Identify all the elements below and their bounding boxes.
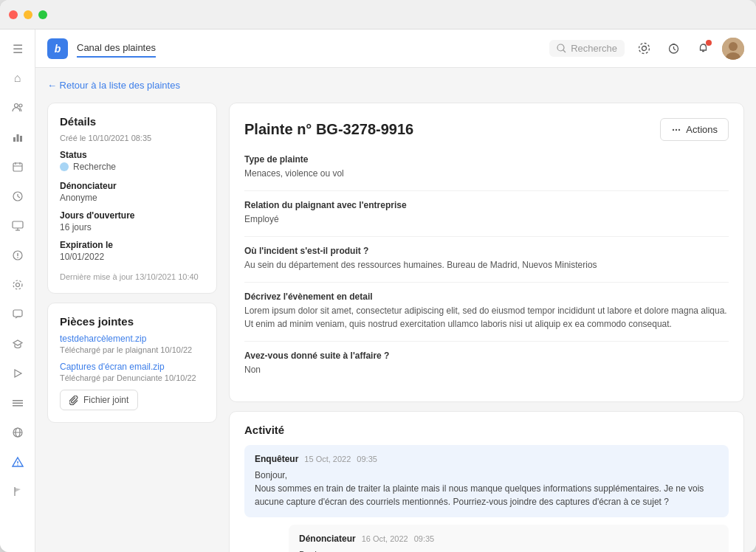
sidebar-icon-calendar[interactable] xyxy=(4,153,31,180)
sidebar-icon-clock[interactable] xyxy=(4,183,31,210)
svg-rect-12 xyxy=(13,221,23,228)
sidebar-icon-chart[interactable] xyxy=(4,124,31,151)
svg-point-18 xyxy=(16,283,19,287)
attachment-link-1[interactable]: testdeharcèlement.zip xyxy=(60,334,205,344)
search-icon xyxy=(557,44,566,53)
expiry-value: 10/01/2022 xyxy=(60,252,205,262)
message-date-2: 16 Oct, 2022 xyxy=(362,534,408,543)
right-panel: Plainte n° BG-3278-9916 Actions Type de … xyxy=(229,103,744,552)
sidebar-icon-menu[interactable]: ☰ xyxy=(4,35,31,62)
attachments-card: Pièces jointes testdeharcèlement.zip Tél… xyxy=(47,303,217,423)
status-dot xyxy=(60,162,69,171)
message-author-1: Enquêteur xyxy=(255,454,298,464)
svg-line-11 xyxy=(18,196,20,198)
svg-rect-24 xyxy=(13,405,23,407)
search-placeholder: Recherche xyxy=(571,43,617,54)
details-title: Détails xyxy=(60,115,205,128)
denouncer-value: Anonyme xyxy=(60,193,205,203)
svg-point-45 xyxy=(676,128,677,130)
svg-point-19 xyxy=(13,280,22,289)
message-bubble-1: Enquêteur 15 Oct, 2022 09:35 Bonjour, No… xyxy=(244,445,729,517)
search-box[interactable]: Recherche xyxy=(549,40,625,57)
attachment-item-2: Captures d'écran email.zip Téléchargé pa… xyxy=(60,362,205,382)
complaint-card: Plainte n° BG-3278-9916 Actions Type de … xyxy=(229,103,744,402)
message-time-2: 09:35 xyxy=(414,534,435,543)
sidebar-icon-bars[interactable] xyxy=(4,390,31,416)
field-label-location: Où l'incident s'est-il produit ? xyxy=(244,246,729,256)
details-card: Détails Créé le 10/10/2021 08:35 Status … xyxy=(47,103,217,294)
message-date-1: 15 Oct, 2022 xyxy=(304,455,351,463)
timer-icon[interactable] xyxy=(663,38,684,59)
field-label-followup: Avez-vous donné suite à l'affaire ? xyxy=(244,351,729,361)
denouncer-label: Dénonciateur xyxy=(60,181,205,191)
attachment-link-2[interactable]: Captures d'écran email.zip xyxy=(60,362,205,372)
nav-tab-plaintes[interactable]: Canal des plaintes xyxy=(77,39,156,58)
complaint-header: Plainte n° BG-3278-9916 Actions xyxy=(244,118,729,141)
expiry-label: Expiration le xyxy=(60,240,205,250)
message-time-1: 09:35 xyxy=(357,455,377,463)
status-label: Status xyxy=(60,150,205,160)
avatar[interactable] xyxy=(722,38,744,60)
attach-file-label: Fichier joint xyxy=(83,395,128,405)
message-text-2: Bonjour, j'ai trouvé quelques captures d… xyxy=(299,548,718,552)
back-link[interactable]: ← Retour à la liste des plaintes xyxy=(47,80,744,91)
sidebar-icon-settings[interactable] xyxy=(4,272,31,298)
app-layout: ☰ ⌂ xyxy=(0,30,756,552)
svg-point-30 xyxy=(17,464,18,466)
complaint-title: Plainte n° BG-3278-9916 xyxy=(244,121,413,138)
app-window: ☰ ⌂ xyxy=(0,0,756,552)
gear-icon[interactable] xyxy=(633,38,654,59)
svg-rect-23 xyxy=(13,403,23,404)
two-column-layout: Détails Créé le 10/10/2021 08:35 Status … xyxy=(47,103,744,552)
sidebar-icon-flag[interactable] xyxy=(4,478,31,505)
field-value-relation: Employé xyxy=(244,213,729,226)
svg-point-0 xyxy=(14,104,18,108)
attachment-meta-1: Téléchargé par le plaignant 10/10/22 xyxy=(60,345,205,354)
field-value-description: Lorem ipsum dolor sit amet, consectetur … xyxy=(244,304,729,331)
svg-rect-3 xyxy=(16,134,18,142)
field-followup: Avez-vous donné suite à l'affaire ? Non xyxy=(244,351,729,376)
sidebar-icon-globe[interactable] xyxy=(4,419,31,446)
sidebar-icon-warning[interactable] xyxy=(4,449,31,475)
svg-rect-5 xyxy=(13,163,22,171)
field-value-followup: Non xyxy=(244,363,729,376)
svg-marker-21 xyxy=(15,370,21,377)
activity-section: Activité Enquêteur 15 Oct, 2022 09:35 Bo… xyxy=(229,411,744,552)
sidebar-icon-users[interactable] xyxy=(4,94,31,121)
actions-label: Actions xyxy=(686,124,718,135)
sidebar-icon-play[interactable] xyxy=(4,360,31,387)
message-bubble-2: Dénonciateur 16 Oct, 2022 09:35 Bonjour,… xyxy=(289,525,729,552)
sidebar-icon-alert[interactable] xyxy=(4,242,31,269)
minimize-dot[interactable] xyxy=(24,10,32,19)
bell-icon[interactable] xyxy=(693,38,713,59)
topnav: b Canal des plaintes Recherche xyxy=(35,30,756,68)
days-label: Jours d'ouverture xyxy=(60,210,205,221)
attachment-item-1: testdeharcèlement.zip Téléchargé par le … xyxy=(60,334,205,354)
close-dot[interactable] xyxy=(9,10,18,19)
svg-point-42 xyxy=(729,42,738,51)
sidebar-icon-chat[interactable] xyxy=(4,301,31,328)
message-author-2: Dénonciateur xyxy=(299,534,356,544)
left-panel: Détails Créé le 10/10/2021 08:35 Status … xyxy=(47,103,217,552)
last-update: Dernière mise à jour 13/10/2021 10:40 xyxy=(60,272,205,281)
status-value: Recherche xyxy=(73,162,116,172)
svg-line-33 xyxy=(563,50,566,52)
status-badge: Recherche xyxy=(60,162,116,172)
days-value: 16 jours xyxy=(60,222,205,232)
created-date: Créé le 10/10/2021 08:35 xyxy=(60,134,205,142)
svg-rect-22 xyxy=(13,400,23,401)
actions-button[interactable]: Actions xyxy=(660,118,729,141)
svg-rect-2 xyxy=(13,137,16,142)
maximize-dot[interactable] xyxy=(38,10,47,19)
sidebar-icon-grad[interactable] xyxy=(4,331,31,357)
svg-point-17 xyxy=(17,257,18,258)
field-label-relation: Relation du plaignant avec l'entreprise xyxy=(244,200,729,210)
svg-point-35 xyxy=(639,44,649,54)
field-relation: Relation du plaignant avec l'entreprise … xyxy=(244,200,729,226)
sidebar-icon-home[interactable]: ⌂ xyxy=(4,65,31,92)
attach-file-button[interactable]: Fichier joint xyxy=(60,390,138,410)
field-value-type: Menaces, violence ou vol xyxy=(244,167,729,180)
field-location: Où l'incident s'est-il produit ? Au sein… xyxy=(244,246,729,272)
sidebar-icon-monitor[interactable] xyxy=(4,213,31,239)
attachments-title: Pièces jointes xyxy=(60,315,205,328)
